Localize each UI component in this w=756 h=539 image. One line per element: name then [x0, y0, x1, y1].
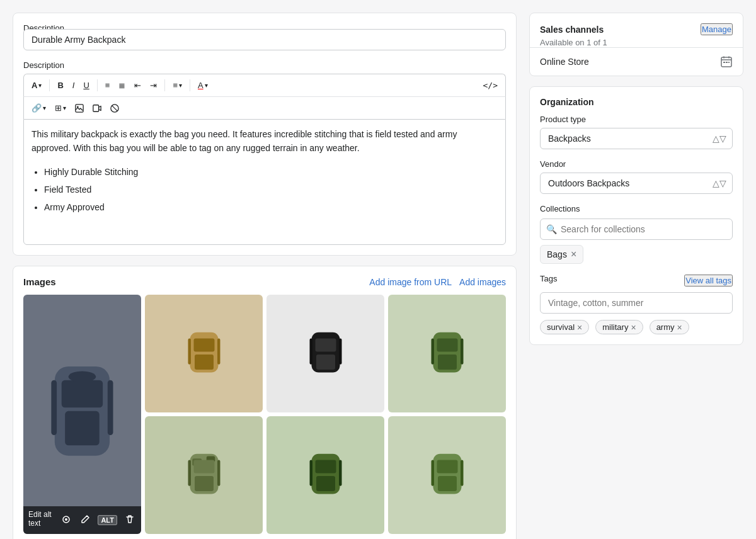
tags-row: survival × military × army ×	[540, 320, 733, 334]
collections-search-input[interactable]	[540, 218, 733, 240]
delete-image-button[interactable]	[123, 513, 136, 528]
view-image-button[interactable]	[60, 513, 72, 528]
calendar-icon	[720, 55, 733, 68]
thumb-4[interactable]	[145, 416, 263, 534]
svg-rect-6	[62, 380, 103, 407]
image-overlay: Edit alt text ALT	[23, 506, 141, 534]
thumb-3[interactable]	[388, 295, 506, 412]
svg-rect-19	[315, 339, 336, 352]
tags-input[interactable]	[540, 292, 733, 314]
vendor-label: Vendor	[540, 159, 733, 169]
svg-rect-24	[437, 339, 457, 352]
svg-rect-47	[726, 62, 728, 63]
images-grid: Edit alt text ALT	[23, 295, 506, 534]
svg-line-4	[112, 105, 118, 111]
thumb-1[interactable]	[145, 295, 263, 412]
indent-left-button[interactable]: ⇤	[130, 78, 145, 93]
vendor-select[interactable]: Outdoors Backpacks Military Gear Other	[540, 173, 733, 194]
product-title-input[interactable]	[23, 29, 506, 50]
font-button[interactable]: A▾	[28, 78, 45, 93]
svg-rect-22	[339, 339, 342, 365]
svg-point-10	[69, 371, 96, 382]
svg-rect-33	[188, 460, 191, 486]
bold-button[interactable]: B	[54, 78, 67, 93]
image-button[interactable]	[71, 101, 88, 115]
svg-rect-25	[438, 355, 457, 370]
svg-point-12	[65, 518, 67, 521]
text-color-button[interactable]: A▾	[194, 78, 212, 93]
remove-military-tag-button[interactable]: ×	[631, 323, 636, 332]
bags-collection-chip: Bags ×	[540, 245, 583, 264]
ordered-list-button[interactable]: ≣	[115, 78, 129, 93]
underline-button[interactable]: U	[79, 78, 93, 93]
svg-rect-7	[65, 411, 100, 446]
edit-image-button[interactable]	[79, 513, 91, 528]
product-type-select-wrap: Backpacks Bags Accessories △▽	[540, 128, 733, 149]
tag-survival-label: survival	[547, 322, 575, 332]
table-button[interactable]: ⊞▾	[51, 101, 70, 115]
editor-toolbar-row2: 🔗▾ ⊞▾	[23, 96, 506, 119]
remove-bags-collection-button[interactable]: ×	[571, 249, 576, 259]
svg-rect-21	[309, 339, 312, 365]
block-button[interactable]	[106, 101, 123, 115]
editor-toolbar-row1: A▾ B I U ≡ ≣ ⇤ ⇥ ≡▾ A▾ </>	[23, 74, 506, 96]
svg-rect-2	[93, 105, 99, 111]
tag-army: army ×	[650, 320, 689, 334]
search-icon: 🔍	[546, 224, 557, 234]
code-button[interactable]: </>	[479, 78, 501, 93]
remove-army-tag-button[interactable]: ×	[677, 323, 682, 332]
tags-section: Tags View all tags survival × military ×…	[540, 274, 733, 334]
indent-right-button[interactable]: ⇥	[146, 78, 161, 93]
description-paragraph: This military backpack is exactly the ba…	[32, 127, 498, 156]
collections-search-wrap: 🔍	[540, 218, 733, 240]
svg-rect-31	[193, 460, 214, 474]
svg-rect-46	[723, 62, 725, 63]
view-all-tags-button[interactable]: View all tags	[684, 275, 733, 287]
bullet-1: Highly Durable Stitching	[44, 163, 498, 181]
svg-rect-38	[309, 460, 312, 486]
images-title: Images	[23, 276, 56, 287]
link-button[interactable]: 🔗▾	[28, 101, 50, 115]
image-controls: ALT	[60, 513, 136, 528]
svg-rect-39	[339, 460, 342, 486]
organization-title: Organization	[540, 97, 733, 107]
tag-survival: survival ×	[540, 320, 589, 334]
thumb-6[interactable]	[388, 416, 506, 534]
svg-rect-8	[51, 380, 57, 434]
sales-channels-title: Sales channels	[540, 25, 604, 35]
edit-alt-text-label: Edit alt text	[28, 510, 55, 528]
add-images-button[interactable]: Add images	[459, 277, 506, 287]
manage-button[interactable]: Manage	[701, 23, 733, 35]
align-button[interactable]: ≡▾	[169, 78, 186, 93]
italic-button[interactable]: I	[69, 78, 79, 93]
bullet-3: Army Approved	[44, 198, 498, 216]
svg-rect-36	[315, 460, 336, 474]
tag-military: military ×	[595, 320, 643, 334]
organization-card: Organization Product type Backpacks Bags…	[529, 86, 743, 345]
svg-rect-26	[431, 339, 434, 365]
main-image[interactable]: Edit alt text ALT	[23, 295, 141, 534]
online-store-row: Online Store	[530, 47, 743, 76]
remove-survival-tag-button[interactable]: ×	[577, 323, 582, 332]
collection-chips: Bags ×	[540, 245, 733, 264]
alt-badge: ALT	[98, 515, 117, 525]
add-image-url-button[interactable]: Add image from URL	[369, 277, 452, 287]
svg-rect-15	[195, 355, 214, 370]
svg-rect-16	[188, 339, 191, 365]
svg-rect-32	[195, 476, 214, 491]
video-button[interactable]	[89, 101, 105, 115]
collections-label: Collections	[540, 204, 733, 213]
thumb-5[interactable]	[266, 416, 384, 534]
bags-collection-label: Bags	[547, 249, 567, 259]
bullet-2: Field Tested	[44, 181, 498, 198]
tag-army-label: army	[656, 322, 675, 332]
online-store-label: Online Store	[540, 57, 589, 67]
tag-military-label: military	[602, 322, 628, 332]
thumb-2[interactable]	[266, 295, 384, 412]
product-type-select[interactable]: Backpacks Bags Accessories	[540, 128, 733, 149]
unordered-list-button[interactable]: ≡	[101, 78, 114, 93]
svg-rect-17	[217, 339, 220, 365]
svg-rect-44	[461, 460, 464, 486]
description-editor[interactable]: This military backpack is exactly the ba…	[23, 119, 506, 245]
product-type-label: Product type	[540, 115, 733, 124]
